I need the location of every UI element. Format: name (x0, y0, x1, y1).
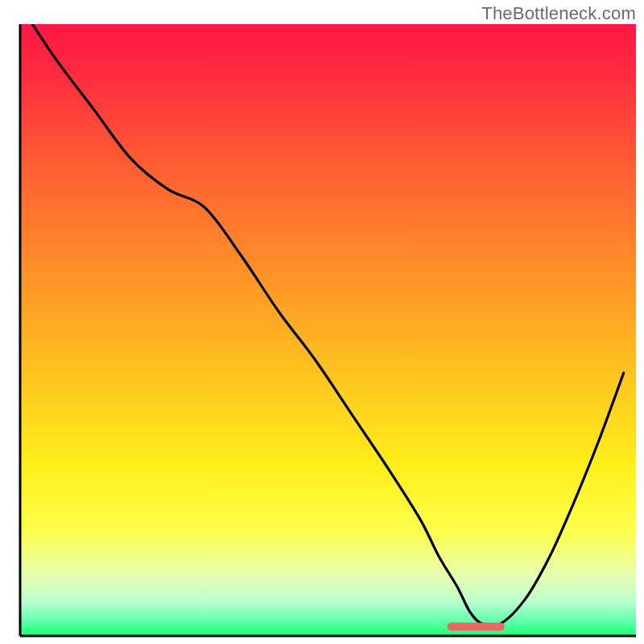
chart-canvas (0, 0, 644, 644)
gradient-background (20, 24, 636, 636)
bottleneck-chart: TheBottleneck.com (0, 0, 644, 644)
attribution-label: TheBottleneck.com (481, 3, 636, 24)
